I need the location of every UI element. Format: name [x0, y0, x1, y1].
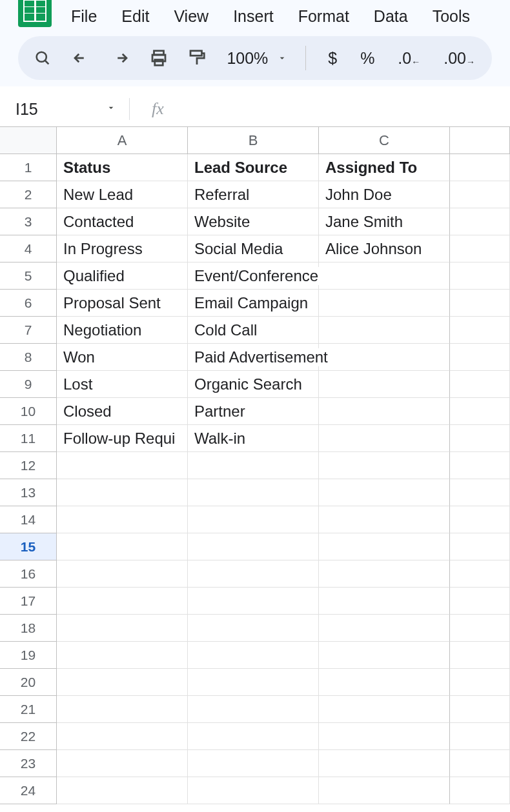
- cell-extra-15[interactable]: [450, 533, 510, 560]
- cell-extra-10[interactable]: [450, 398, 510, 425]
- cell-extra-2[interactable]: [450, 181, 510, 208]
- cell-C2[interactable]: John Doe: [319, 181, 450, 208]
- cell-C20[interactable]: [319, 669, 450, 696]
- row-header-14[interactable]: 14: [0, 506, 57, 533]
- cell-A13[interactable]: [57, 479, 188, 506]
- cell-B9[interactable]: Organic Search: [188, 371, 319, 398]
- cell-B12[interactable]: [188, 452, 319, 479]
- row-header-2[interactable]: 2: [0, 181, 57, 208]
- cell-extra-12[interactable]: [450, 452, 510, 479]
- cell-extra-1[interactable]: [450, 154, 510, 181]
- cell-B15[interactable]: [188, 533, 319, 560]
- decrease-decimal-button[interactable]: .0←: [394, 49, 424, 68]
- row-header-5[interactable]: 5: [0, 262, 57, 290]
- row-header-3[interactable]: 3: [0, 208, 57, 235]
- cell-A8[interactable]: Won: [57, 344, 188, 371]
- cell-C11[interactable]: [319, 425, 450, 452]
- cell-B16[interactable]: [188, 560, 319, 588]
- cell-extra-21[interactable]: [450, 696, 510, 723]
- cell-extra-9[interactable]: [450, 371, 510, 398]
- cell-extra-6[interactable]: [450, 290, 510, 317]
- column-header-C[interactable]: C: [319, 127, 450, 154]
- cell-C24[interactable]: [319, 777, 450, 804]
- cell-extra-11[interactable]: [450, 425, 510, 452]
- row-header-20[interactable]: 20: [0, 669, 57, 696]
- cell-B4[interactable]: Social Media: [188, 235, 319, 262]
- cell-A11[interactable]: Follow-up Requi: [57, 425, 188, 452]
- cell-extra-18[interactable]: [450, 615, 510, 642]
- increase-decimal-button[interactable]: .00→: [440, 49, 479, 68]
- cell-A20[interactable]: [57, 669, 188, 696]
- row-header-8[interactable]: 8: [0, 344, 57, 371]
- row-header-6[interactable]: 6: [0, 290, 57, 317]
- cell-C8[interactable]: [319, 344, 450, 371]
- cell-A10[interactable]: Closed: [57, 398, 188, 425]
- cell-A1[interactable]: Status: [57, 154, 188, 181]
- cell-extra-3[interactable]: [450, 208, 510, 235]
- row-header-18[interactable]: 18: [0, 615, 57, 642]
- cell-extra-8[interactable]: [450, 344, 510, 371]
- cell-C3[interactable]: Jane Smith: [319, 208, 450, 235]
- cell-B21[interactable]: [188, 696, 319, 723]
- row-header-19[interactable]: 19: [0, 642, 57, 669]
- cell-A4[interactable]: In Progress: [57, 235, 188, 262]
- cell-B23[interactable]: [188, 750, 319, 777]
- cell-A15[interactable]: [57, 533, 188, 560]
- cell-B13[interactable]: [188, 479, 319, 506]
- paint-format-icon[interactable]: [186, 45, 209, 71]
- cell-C9[interactable]: [319, 371, 450, 398]
- cell-B14[interactable]: [188, 506, 319, 533]
- cell-B20[interactable]: [188, 669, 319, 696]
- cell-B6[interactable]: Email Campaign: [188, 290, 319, 317]
- cell-C23[interactable]: [319, 750, 450, 777]
- menu-insert[interactable]: Insert: [233, 7, 274, 26]
- menu-file[interactable]: File: [71, 7, 97, 26]
- cell-extra-14[interactable]: [450, 506, 510, 533]
- menu-view[interactable]: View: [174, 7, 209, 26]
- cell-B22[interactable]: [188, 723, 319, 750]
- cell-B18[interactable]: [188, 615, 319, 642]
- cell-A6[interactable]: Proposal Sent: [57, 290, 188, 317]
- menu-format[interactable]: Format: [298, 7, 349, 26]
- cell-A17[interactable]: [57, 588, 188, 615]
- cell-extra-7[interactable]: [450, 317, 510, 344]
- cell-A22[interactable]: [57, 723, 188, 750]
- cell-C22[interactable]: [319, 723, 450, 750]
- sheets-logo-icon[interactable]: [18, 0, 52, 27]
- cell-A3[interactable]: Contacted: [57, 208, 188, 235]
- select-all-corner[interactable]: [0, 127, 57, 154]
- cell-A5[interactable]: Qualified: [57, 262, 188, 290]
- row-header-17[interactable]: 17: [0, 588, 57, 615]
- cell-C7[interactable]: [319, 317, 450, 344]
- cell-C21[interactable]: [319, 696, 450, 723]
- row-header-13[interactable]: 13: [0, 479, 57, 506]
- cell-extra-17[interactable]: [450, 588, 510, 615]
- column-header-B[interactable]: B: [188, 127, 319, 154]
- undo-icon[interactable]: [70, 45, 93, 71]
- cell-C10[interactable]: [319, 398, 450, 425]
- format-percent-button[interactable]: %: [356, 49, 378, 68]
- row-header-15[interactable]: 15: [0, 533, 57, 560]
- cell-extra-22[interactable]: [450, 723, 510, 750]
- cell-B8[interactable]: Paid Advertisement: [188, 344, 319, 371]
- cell-B2[interactable]: Referral: [188, 181, 319, 208]
- column-header-extra[interactable]: [450, 127, 510, 154]
- cell-extra-5[interactable]: [450, 262, 510, 290]
- cell-B7[interactable]: Cold Call: [188, 317, 319, 344]
- cell-A9[interactable]: Lost: [57, 371, 188, 398]
- cell-C13[interactable]: [319, 479, 450, 506]
- column-header-A[interactable]: A: [57, 127, 188, 154]
- cell-C4[interactable]: Alice Johnson: [319, 235, 450, 262]
- cell-extra-13[interactable]: [450, 479, 510, 506]
- cell-C15[interactable]: [319, 533, 450, 560]
- cell-B10[interactable]: Partner: [188, 398, 319, 425]
- cell-A7[interactable]: Negotiation: [57, 317, 188, 344]
- cell-C19[interactable]: [319, 642, 450, 669]
- menu-edit[interactable]: Edit: [121, 7, 149, 26]
- row-header-11[interactable]: 11: [0, 425, 57, 452]
- print-icon[interactable]: [147, 45, 170, 71]
- cell-B11[interactable]: Walk-in: [188, 425, 319, 452]
- row-header-9[interactable]: 9: [0, 371, 57, 398]
- row-header-1[interactable]: 1: [0, 154, 57, 181]
- row-header-7[interactable]: 7: [0, 317, 57, 344]
